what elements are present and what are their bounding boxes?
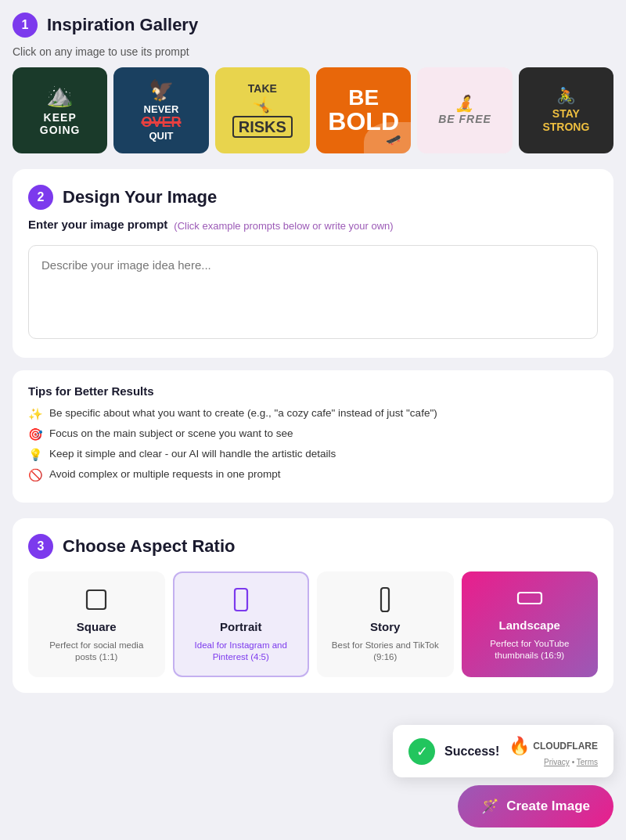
landscape-ratio-icon [516, 584, 544, 612]
tips-title: Tips for Better Results [28, 384, 598, 398]
portrait-ratio-icon [227, 586, 255, 614]
gallery-grid: ⛰️ KEEPGOING 🦅 NEVEROVERQUIT TAKE 🤸 RISK… [13, 67, 613, 153]
tip-text-4: Avoid complex or multiple requests in on… [49, 468, 280, 480]
risks-text: RISKS [232, 116, 293, 138]
ratio-grid: Square Perfect for social media posts (1… [28, 571, 598, 677]
step1-circle: 1 [13, 13, 38, 38]
story-svg [371, 586, 399, 614]
tip-text-3: Keep it simple and clear - our AI will h… [49, 448, 336, 460]
portrait-svg [227, 586, 255, 614]
stay-strong-text: STAYSTRONG [542, 107, 589, 134]
inspiration-subtitle: Click on any image to use its prompt [13, 45, 613, 58]
sparkle-icon: ✨ [28, 407, 43, 421]
never-quit-text: NEVEROVERQUIT [141, 104, 181, 142]
bird-icon: 🦅 [149, 79, 174, 102]
svg-rect-3 [518, 593, 541, 604]
terms-link[interactable]: Terms [577, 758, 598, 766]
mountain-icon: ⛰️ [46, 84, 74, 108]
tip-item-4: 🚫 Avoid complex or multiple requests in … [28, 468, 598, 482]
tip-text-1: Be specific about what you want to creat… [49, 407, 437, 419]
svg-rect-1 [235, 589, 247, 611]
target-icon: 🎯 [28, 427, 43, 442]
story-desc: Best for Stories and TikTok (9:16) [326, 640, 444, 663]
be-bold-text: BEBOld [320, 79, 407, 142]
gallery-item-keep-going[interactable]: ⛰️ KEEPGOING [13, 67, 107, 153]
section2-header: 2 Design Your Image [28, 185, 598, 210]
success-check-icon: ✓ [408, 738, 435, 765]
prompt-hint: (Click example prompts below or write yo… [174, 220, 393, 232]
gallery-item-never-quit[interactable]: 🦅 NEVEROVERQUIT [113, 67, 208, 153]
design-section: 2 Design Your Image Enter your image pro… [13, 169, 613, 358]
keep-going-text: KEEPGOING [40, 111, 81, 138]
gallery-item-take-risks[interactable]: TAKE 🤸 RISKS [215, 67, 310, 153]
ratio-portrait[interactable]: Portrait Ideal for Instagram and Pintere… [173, 571, 310, 677]
story-name: Story [370, 620, 400, 633]
tips-box: Tips for Better Results ✨ Be specific ab… [13, 370, 613, 503]
section1-title: Inspiration Gallery [47, 15, 198, 35]
story-ratio-icon [371, 586, 399, 614]
step3-circle: 3 [28, 534, 53, 559]
inspiration-section: 1 Inspiration Gallery Click on any image… [13, 13, 613, 153]
step2-circle: 2 [28, 185, 53, 210]
tip-item-2: 🎯 Focus on the main subject or scene you… [28, 427, 598, 442]
portrait-desc: Ideal for Instagram and Pinterest (4:5) [182, 640, 300, 663]
ratio-section: 3 Choose Aspect Ratio Square Perfect for… [13, 518, 613, 693]
success-toast: ✓ Success! 🔥 CLOUDFLARE Privacy • Terms [393, 725, 613, 777]
cf-links: Privacy • Terms [544, 758, 598, 766]
svg-rect-2 [381, 588, 389, 611]
take-text: TAKE [248, 83, 277, 95]
gallery-item-be-bold[interactable]: BEBOld 🛹 [316, 67, 411, 153]
square-ratio-icon [82, 586, 110, 614]
landscape-desc: Perfect for YouTube thumbnails (16:9) [470, 638, 591, 662]
ratio-square[interactable]: Square Perfect for social media posts (1… [28, 571, 165, 677]
landscape-name: Landscape [499, 618, 560, 632]
svg-rect-0 [87, 590, 106, 609]
dot-separator: • [572, 758, 575, 766]
ratio-landscape[interactable]: Landscape Perfect for YouTube thumbnails… [462, 571, 599, 677]
prompt-label: Enter your image prompt [28, 218, 167, 231]
create-image-button[interactable]: 🪄 Create Image [458, 785, 613, 827]
tip-text-2: Focus on the main subject or scene you w… [49, 427, 293, 439]
cloudflare-logo: 🔥 CLOUDFLARE Privacy • Terms [509, 736, 598, 766]
ratio-story[interactable]: Story Best for Stories and TikTok (9:16) [317, 571, 454, 677]
landscape-svg [516, 584, 544, 612]
section2-title: Design Your Image [63, 187, 217, 207]
free-figure-icon: 🧘 [455, 95, 474, 112]
be-free-text: BE FREE [438, 114, 491, 125]
section3-title: Choose Aspect Ratio [63, 536, 235, 557]
privacy-link[interactable]: Privacy [544, 758, 570, 766]
bulb-icon: 💡 [28, 448, 43, 462]
wand-icon: 🪄 [481, 798, 498, 815]
cf-name: CLOUDFLARE [533, 741, 598, 752]
square-name: Square [77, 620, 117, 633]
tip-item-3: 💡 Keep it simple and clear - our AI will… [28, 448, 598, 462]
gallery-item-stay-strong[interactable]: 🚴 STAYSTRONG [519, 67, 613, 153]
cloudflare-flame-icon: 🔥 [509, 736, 530, 756]
gallery-item-be-free[interactable]: 🧘 BE FREE [417, 67, 512, 153]
create-button-label: Create Image [506, 799, 590, 814]
stick-figure-icon: 🤸 [252, 97, 273, 116]
square-svg [82, 586, 110, 614]
prompt-textarea[interactable] [28, 245, 598, 339]
prompt-label-row: Enter your image prompt (Click example p… [28, 218, 598, 234]
section1-header: 1 Inspiration Gallery [13, 13, 613, 38]
square-desc: Perfect for social media posts (1:1) [38, 640, 156, 663]
tip-item-1: ✨ Be specific about what you want to cre… [28, 407, 598, 421]
no-icon: 🚫 [28, 468, 43, 482]
section3-header: 3 Choose Aspect Ratio [28, 534, 598, 559]
cf-brand: 🔥 CLOUDFLARE [509, 736, 598, 756]
cyclist-icon: 🚴 [556, 87, 576, 104]
portrait-name: Portrait [220, 620, 261, 633]
success-message: Success! [444, 744, 499, 759]
